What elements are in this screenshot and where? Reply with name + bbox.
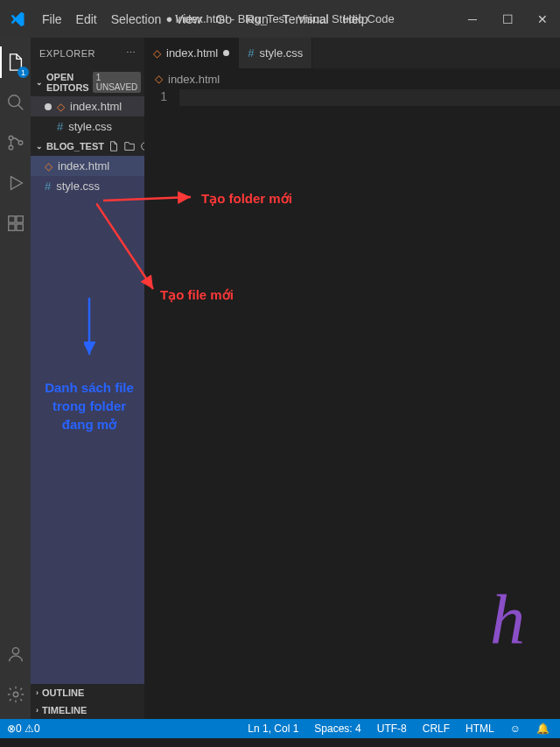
line-number: 1 <box>144 89 167 103</box>
menu-edit[interactable]: Edit <box>69 9 104 30</box>
html-icon: ◇ <box>57 101 65 113</box>
timeline-section[interactable]: › TIMELINE <box>31 701 144 719</box>
css-icon: # <box>57 120 63 133</box>
open-editor-file[interactable]: # style.css <box>31 116 144 137</box>
sidebar: EXPLORER ⋯ ⌄ OPEN EDITORS 1 UNSAVED ◇ in… <box>31 38 144 719</box>
vscode-icon <box>9 11 26 28</box>
svg-point-3 <box>18 141 23 145</box>
menu-selection[interactable]: Selection <box>104 9 169 30</box>
menu-file[interactable]: File <box>35 9 69 30</box>
open-editors-label: OPEN EDITORS <box>46 72 89 93</box>
svg-point-1 <box>9 136 13 140</box>
chevron-right-icon: › <box>36 688 38 697</box>
svg-point-2 <box>9 145 13 150</box>
file-name: index.html <box>70 100 122 113</box>
line-gutter: 1 <box>144 89 179 106</box>
html-icon: ◇ <box>155 73 163 85</box>
sidebar-header: EXPLORER ⋯ <box>31 38 144 68</box>
svg-rect-4 <box>8 216 14 222</box>
timeline-label: TIMELINE <box>42 705 87 715</box>
source-control-tab[interactable] <box>0 125 31 160</box>
file-name: style.css <box>68 120 112 133</box>
unsaved-badge: 1 <box>18 67 29 78</box>
encoding-indicator[interactable]: UTF-8 <box>374 722 410 735</box>
svg-point-8 <box>12 648 18 654</box>
modified-dot-icon <box>223 50 229 56</box>
titlebar: File Edit Selection View Go Run Terminal… <box>0 0 560 38</box>
tab-index-html[interactable]: ◇ index.html <box>144 38 239 68</box>
explorer-label: EXPLORER <box>39 48 95 59</box>
outline-section[interactable]: › OUTLINE <box>31 684 144 701</box>
new-folder-icon[interactable] <box>123 140 136 152</box>
breadcrumb[interactable]: ◇ index.html <box>144 68 560 89</box>
notifications-icon[interactable]: 🔔 <box>533 722 553 735</box>
file-name: style.css <box>56 180 100 193</box>
open-editor-file[interactable]: ◇ index.html <box>31 96 144 116</box>
language-indicator[interactable]: HTML <box>462 722 498 735</box>
spaces-indicator[interactable]: Spaces: 4 <box>311 722 364 735</box>
outline-label: OUTLINE <box>42 687 84 698</box>
file-name: index.html <box>58 159 109 173</box>
css-icon: # <box>45 180 51 193</box>
html-icon: ◇ <box>45 160 52 173</box>
project-label: BLOG_TEST <box>46 141 104 152</box>
svg-rect-5 <box>16 216 22 222</box>
cursor-position[interactable]: Ln 1, Col 1 <box>244 722 302 735</box>
chevron-right-icon: › <box>36 706 38 715</box>
watermark-logo: h <box>490 580 525 659</box>
editor-tabs: ◇ index.html # style.css ⋯ <box>144 38 560 68</box>
close-button[interactable]: ✕ <box>525 0 560 38</box>
svg-point-9 <box>13 692 18 697</box>
account-icon[interactable] <box>0 637 31 672</box>
errors-count[interactable]: ⊗0 ⚠0 <box>7 722 40 735</box>
current-line[interactable] <box>179 89 560 106</box>
modified-dot-icon <box>45 103 52 110</box>
project-section[interactable]: ⌄ BLOG_TEST <box>31 137 144 156</box>
maximize-button[interactable]: ☐ <box>490 0 525 38</box>
unsaved-tag: 1 UNSAVED <box>93 72 142 93</box>
code-editor[interactable]: 1 <box>144 89 560 106</box>
breadcrumb-file: index.html <box>168 73 220 86</box>
chevron-down-icon: ⌄ <box>36 142 43 151</box>
open-editors-section[interactable]: ⌄ OPEN EDITORS 1 UNSAVED <box>31 68 144 96</box>
tab-style-css[interactable]: # style.css <box>239 38 312 68</box>
window-title: ● index.html - Blog_Test - Visual Studio… <box>165 12 394 25</box>
css-icon: # <box>248 46 254 60</box>
minimize-button[interactable]: ─ <box>455 0 490 38</box>
activity-bar: 1 <box>0 38 31 719</box>
svg-rect-6 <box>8 224 14 230</box>
eol-indicator[interactable]: CRLF <box>419 722 453 735</box>
status-bar: ⊗0 ⚠0 Ln 1, Col 1 Spaces: 4 UTF-8 CRLF H… <box>0 719 560 738</box>
svg-point-0 <box>8 95 19 107</box>
settings-icon[interactable] <box>0 677 31 712</box>
tab-label: index.html <box>166 46 218 60</box>
chevron-down-icon: ⌄ <box>36 78 43 87</box>
run-debug-tab[interactable] <box>0 166 31 201</box>
window-controls: ─ ☐ ✕ <box>455 0 560 38</box>
feedback-icon[interactable]: ☺ <box>507 722 524 735</box>
new-file-icon[interactable] <box>108 140 120 152</box>
html-icon: ◇ <box>153 47 161 60</box>
extensions-tab[interactable] <box>0 206 31 241</box>
search-tab[interactable] <box>0 85 31 120</box>
explorer-tab[interactable]: 1 <box>0 45 31 80</box>
more-icon[interactable]: ⋯ <box>126 47 136 59</box>
svg-rect-7 <box>16 224 22 230</box>
project-file[interactable]: ◇ index.html <box>31 156 144 176</box>
project-file[interactable]: # style.css <box>31 176 144 196</box>
tab-label: style.css <box>259 46 303 60</box>
